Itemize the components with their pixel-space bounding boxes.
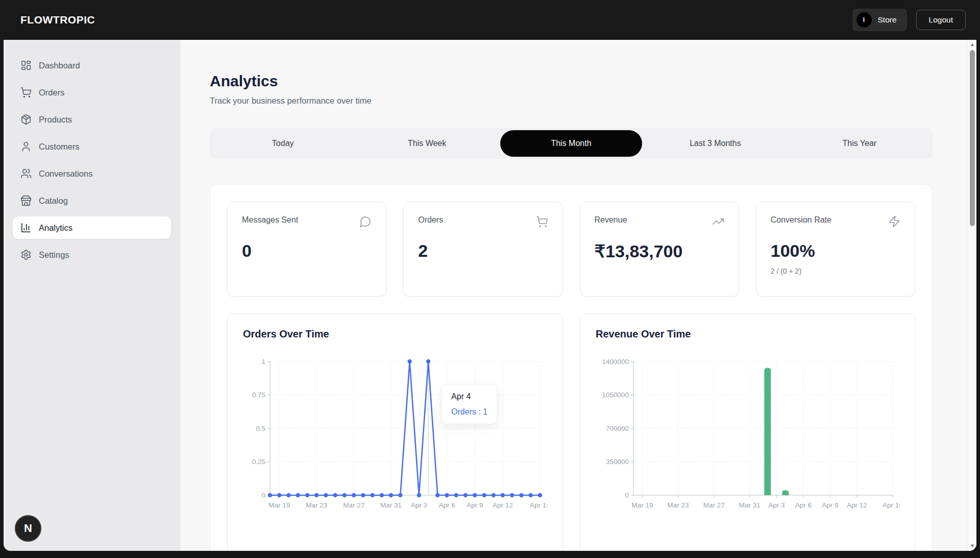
tooltip-date: Apr 4 <box>451 392 487 401</box>
svg-text:350000: 350000 <box>606 458 629 466</box>
tab-this-week[interactable]: This Week <box>356 130 498 157</box>
cart-icon <box>536 215 548 230</box>
svg-text:0.5: 0.5 <box>256 425 265 432</box>
svg-text:Mar 19: Mar 19 <box>268 501 290 509</box>
svg-text:Apr 3: Apr 3 <box>411 501 427 509</box>
svg-text:Apr 3: Apr 3 <box>768 501 785 509</box>
svg-text:0.25: 0.25 <box>252 458 265 466</box>
sidebar-item-analytics[interactable]: Analytics <box>13 216 171 239</box>
stat-card-revenue: Revenue ₹13,83,700 <box>580 202 739 297</box>
svg-text:Apr 16: Apr 16 <box>883 501 900 509</box>
dashboard-icon <box>20 60 32 71</box>
svg-text:0.75: 0.75 <box>252 391 265 399</box>
svg-text:Apr 12: Apr 12 <box>847 501 867 509</box>
storefront-icon <box>20 195 32 206</box>
stat-label: Orders <box>418 215 443 225</box>
app-logo: FLOWTROPIC <box>20 14 95 26</box>
sidebar-item-label: Conversations <box>39 169 92 179</box>
sidebar-item-label: Products <box>39 115 72 125</box>
svg-text:Mar 27: Mar 27 <box>343 501 364 509</box>
tab-last-3-months[interactable]: Last 3 Months <box>644 130 786 157</box>
svg-text:700000: 700000 <box>606 425 629 432</box>
sidebar-item-label: Dashboard <box>39 61 80 70</box>
svg-text:Apr 12: Apr 12 <box>493 501 513 509</box>
svg-text:0: 0 <box>261 492 265 499</box>
stat-label: Messages Sent <box>242 215 298 225</box>
stat-caption: 2 / (0 + 2) <box>771 267 900 275</box>
logout-button[interactable]: Logout <box>916 10 966 30</box>
svg-text:Apr 6: Apr 6 <box>438 501 455 509</box>
charts-row: Orders Over Time 00.250.50.751Mar 19Mar … <box>227 313 915 551</box>
orders-over-time-card: Orders Over Time 00.250.50.751Mar 19Mar … <box>227 313 563 551</box>
svg-text:0: 0 <box>625 492 629 499</box>
stat-label: Revenue <box>595 215 627 225</box>
svg-text:Apr 9: Apr 9 <box>467 501 483 509</box>
sidebar-item-customers[interactable]: Customers <box>13 135 171 158</box>
analytics-panel: Messages Sent 0 Orders 2 Revenue <box>210 184 933 551</box>
stat-card-conversion-rate: Conversion Rate 100% 2 / (0 + 2) <box>756 202 915 297</box>
stat-label: Conversion Rate <box>771 215 831 225</box>
sidebar-item-label: Analytics <box>39 223 72 233</box>
sidebar-item-dashboard[interactable]: Dashboard <box>13 54 171 77</box>
sidebar-item-products[interactable]: Products <box>13 108 171 131</box>
svg-text:1: 1 <box>261 358 265 366</box>
page-title: Analytics <box>210 72 968 90</box>
sidebar-item-label: Catalog <box>39 196 68 206</box>
revenue-chart[interactable]: 035000070000010500001400000Mar 19Mar 23M… <box>596 353 900 513</box>
sidebar-item-label: Customers <box>39 142 80 152</box>
scroll-thumb[interactable] <box>970 50 975 226</box>
svg-text:Apr 16: Apr 16 <box>530 501 547 509</box>
scroll-up-arrow[interactable]: ▲ <box>968 40 976 48</box>
stat-value: ₹13,83,700 <box>595 241 724 261</box>
svg-text:Mar 31: Mar 31 <box>380 501 402 509</box>
tab-this-month[interactable]: This Month <box>500 130 642 157</box>
header-actions: I Store Logout <box>852 9 966 31</box>
cart-icon <box>20 87 32 98</box>
tab-today[interactable]: Today <box>212 130 354 157</box>
revenue-over-time-card: Revenue Over Time 0350000700000105000014… <box>580 313 916 551</box>
chart-tooltip: Apr 4 Orders : 1 <box>442 384 497 424</box>
tooltip-value: Orders : 1 <box>451 407 487 417</box>
app-window: Dashboard Orders Products Customers Conv… <box>4 40 976 551</box>
svg-text:1400000: 1400000 <box>602 358 629 366</box>
app-header: FLOWTROPIC I Store Logout <box>0 0 980 40</box>
chart-title: Orders Over Time <box>243 328 547 340</box>
store-avatar: I <box>856 12 872 28</box>
chart-title: Revenue Over Time <box>596 328 900 340</box>
sidebar-item-catalog[interactable]: Catalog <box>13 189 171 212</box>
revenue-bar-chart[interactable]: 035000070000010500001400000Mar 19Mar 23M… <box>596 353 900 513</box>
zap-icon <box>888 215 900 230</box>
sidebar-item-label: Orders <box>39 88 64 98</box>
sidebar-item-conversations[interactable]: Conversations <box>13 162 171 185</box>
svg-text:Mar 23: Mar 23 <box>668 501 689 509</box>
sidebar-item-label: Settings <box>39 250 69 260</box>
svg-text:Mar 31: Mar 31 <box>739 501 761 509</box>
store-button-label: Store <box>878 15 897 25</box>
orders-chart[interactable]: 00.250.50.751Mar 19Mar 23Mar 27Mar 31Apr… <box>243 353 547 513</box>
user-avatar[interactable]: N <box>15 515 41 542</box>
user-icon <box>20 141 32 152</box>
trending-up-icon <box>712 215 724 230</box>
stat-value: 100% <box>771 241 900 261</box>
svg-text:1050000: 1050000 <box>602 391 629 399</box>
sidebar-item-orders[interactable]: Orders <box>13 81 171 104</box>
scrollbar: ▲ ▼ <box>968 40 976 551</box>
svg-text:Mar 19: Mar 19 <box>631 501 653 509</box>
svg-text:Apr 9: Apr 9 <box>822 501 838 509</box>
period-tabs: Today This Week This Month Last 3 Months… <box>210 128 933 159</box>
package-icon <box>20 114 32 125</box>
users-icon <box>20 168 32 179</box>
stat-card-messages-sent: Messages Sent 0 <box>227 202 386 297</box>
chat-bubble-icon <box>359 215 372 230</box>
gear-icon <box>20 249 32 260</box>
tab-this-year[interactable]: This Year <box>789 130 930 157</box>
sidebar: Dashboard Orders Products Customers Conv… <box>4 40 180 551</box>
svg-text:Mar 23: Mar 23 <box>306 501 327 509</box>
store-button[interactable]: I Store <box>852 9 907 31</box>
svg-text:Mar 27: Mar 27 <box>703 501 725 509</box>
orders-line-chart[interactable]: 00.250.50.751Mar 19Mar 23Mar 27Mar 31Apr… <box>243 353 547 513</box>
stats-row: Messages Sent 0 Orders 2 Revenue <box>227 202 915 297</box>
scroll-down-arrow[interactable]: ▼ <box>968 542 976 550</box>
main-content: Analytics Track your business performanc… <box>180 40 968 551</box>
sidebar-item-settings[interactable]: Settings <box>13 244 171 266</box>
